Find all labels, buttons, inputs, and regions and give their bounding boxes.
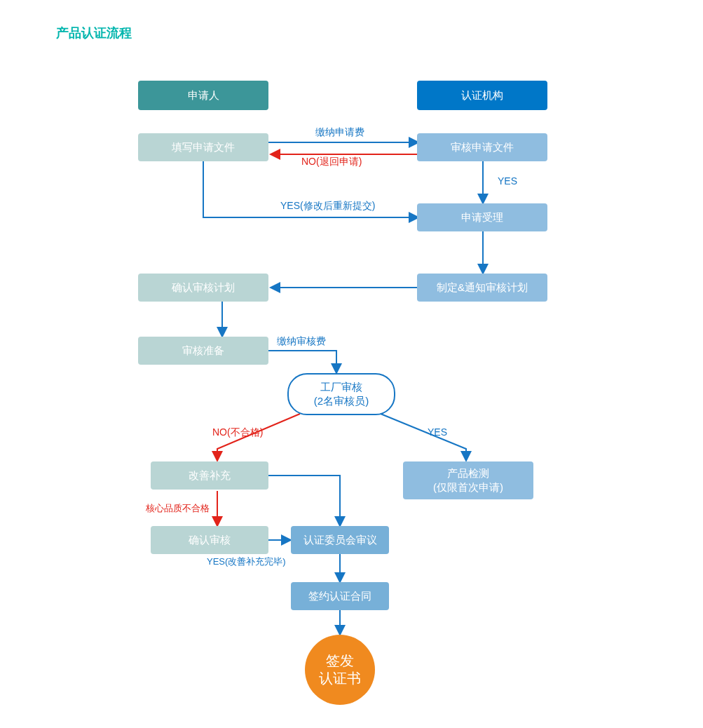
circle-issue-cert: 签发 认证书: [305, 635, 375, 705]
factory-audit-line1: 工厂审核: [320, 381, 362, 393]
diagram-page: 产品认证流程: [0, 0, 703, 728]
box-fill-app-docs: 填写申请文件: [138, 133, 268, 161]
box-product-test: 产品检测 (仅限首次申请): [403, 461, 533, 499]
label-pay-app-fee: 缴纳申请费: [315, 126, 364, 139]
label-no-return: NO(退回申请): [301, 156, 362, 168]
label-yes-resubmit: YES(修改后重新提交): [280, 200, 375, 213]
header-cert-body: 认证机构: [417, 81, 547, 110]
issue-cert-line1: 签发: [326, 653, 354, 668]
label-yes-2: YES: [428, 426, 447, 438]
label-no-fail: NO(不合格): [212, 426, 263, 439]
issue-cert-line2: 认证书: [319, 670, 361, 686]
page-title: 产品认证流程: [56, 25, 132, 41]
label-pay-audit-fee: 缴纳审核费: [277, 335, 326, 348]
product-test-line2: (仅限首次申请): [433, 481, 503, 493]
header-applicant: 申请人: [138, 81, 268, 110]
pill-factory-audit: 工厂审核 (2名审核员): [287, 373, 395, 415]
label-yes-1: YES: [498, 175, 517, 187]
factory-audit-line2: (2名审核员): [314, 395, 369, 407]
box-confirm-audit: 确认审核: [151, 526, 268, 554]
label-yes-improvement-done: YES(改善补充完毕): [207, 555, 286, 568]
box-review-app-docs: 审核申请文件: [417, 133, 547, 161]
box-committee-review: 认证委员会审议: [291, 526, 389, 554]
box-app-accepted: 申请受理: [417, 203, 547, 231]
flow-arrows: [0, 0, 703, 728]
box-sign-contract: 签约认证合同: [291, 582, 389, 610]
label-core-quality-fail: 核心品质不合格: [146, 502, 210, 515]
product-test-line1: 产品检测: [447, 467, 489, 479]
box-confirm-plan: 确认审核计划: [138, 274, 268, 302]
box-make-plan: 制定&通知审核计划: [417, 274, 547, 302]
box-improve-supplement: 改善补充: [151, 461, 268, 490]
box-audit-prep: 审核准备: [138, 337, 268, 365]
